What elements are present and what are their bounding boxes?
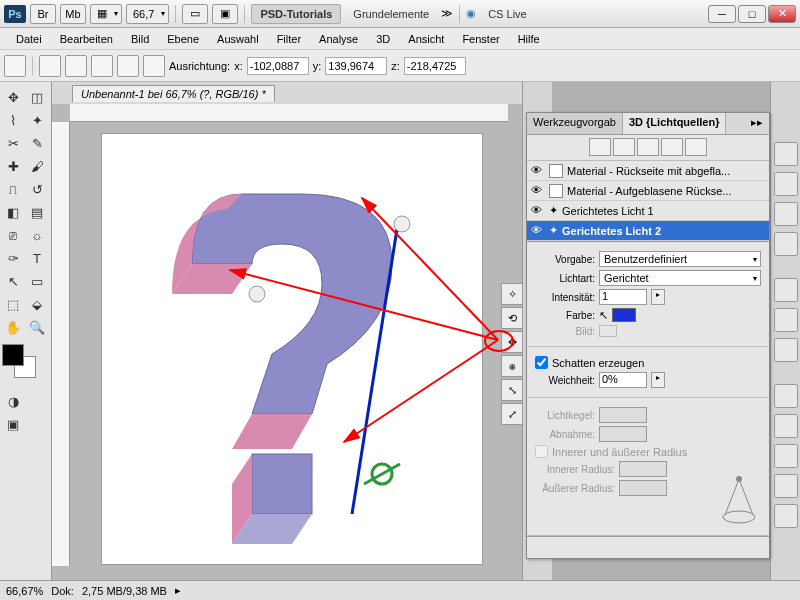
collapsed-panel-icon[interactable] <box>774 278 798 302</box>
zoom-dropdown[interactable]: 66,7 <box>126 4 169 24</box>
path-tool[interactable]: ↖ <box>2 270 24 292</box>
workspace-link[interactable]: Grundelemente <box>345 8 437 20</box>
brand-link[interactable]: PSD-Tutorials <box>251 4 341 24</box>
intensity-input[interactable]: 1 <box>599 289 647 305</box>
collapsed-panel-icon[interactable] <box>774 504 798 528</box>
list-item[interactable]: 👁✦Gerichtetes Licht 1 <box>527 201 769 221</box>
eraser-tool[interactable]: ◧ <box>2 201 24 223</box>
cslive-link[interactable]: CS Live <box>480 8 535 20</box>
shape-tool[interactable]: ▭ <box>26 270 48 292</box>
3d-cam-tool[interactable]: ⬙ <box>26 293 48 315</box>
collapsed-panel-icon[interactable] <box>774 384 798 408</box>
lighttype-dropdown[interactable]: Gerichtet <box>599 270 761 286</box>
menu-analyse[interactable]: Analyse <box>311 31 366 47</box>
menu-ebene[interactable]: Ebene <box>159 31 207 47</box>
collapsed-panel-icon[interactable] <box>774 308 798 332</box>
shadow-checkbox[interactable] <box>535 356 548 369</box>
collapsed-panel-icon[interactable] <box>774 232 798 256</box>
collapsed-panel-icon[interactable] <box>774 172 798 196</box>
collapsed-panel-icon[interactable] <box>774 202 798 226</box>
3d-light-icon[interactable]: ⎈ <box>501 355 523 377</box>
y-value[interactable]: 139,9674 <box>325 57 387 75</box>
wand-tool[interactable]: ✦ <box>26 109 48 131</box>
intensity-stepper[interactable]: ▸ <box>651 289 665 305</box>
stamp-tool[interactable]: ⎍ <box>2 178 24 200</box>
visibility-icon[interactable]: 👁 <box>531 204 545 218</box>
menu-auswahl[interactable]: Auswahl <box>209 31 267 47</box>
type-tool[interactable]: T <box>26 247 48 269</box>
menu-bild[interactable]: Bild <box>123 31 157 47</box>
zoom-tool[interactable]: 🔍 <box>26 316 48 338</box>
scene-filter[interactable] <box>589 138 611 156</box>
softness-input[interactable]: 0% <box>599 372 647 388</box>
mesh-filter[interactable] <box>613 138 635 156</box>
collapsed-panel-icon[interactable] <box>774 142 798 166</box>
toggle-lights-icon[interactable] <box>698 540 718 556</box>
3d-mode-3[interactable] <box>91 55 113 77</box>
menu-3d[interactable]: 3D <box>368 31 398 47</box>
visibility-icon[interactable]: 👁 <box>531 184 545 198</box>
blur-tool[interactable]: ⎚ <box>2 224 24 246</box>
menu-filter[interactable]: Filter <box>269 31 309 47</box>
3d-mode-2[interactable] <box>65 55 87 77</box>
panel-menu-icon[interactable]: ▸▸ <box>745 113 769 134</box>
presets-tab[interactable]: Werkzeugvorgab <box>527 113 623 134</box>
3d-pan-icon[interactable]: ✥ <box>501 331 523 353</box>
document-tab[interactable]: Unbenannt-1 bei 66,7% (?, RGB/16) * <box>72 85 275 102</box>
3d-lights-tab[interactable]: 3D {Lichtquellen} <box>623 113 726 134</box>
preset-dropdown[interactable]: Benutzerdefiniert <box>599 251 761 267</box>
bridge-button[interactable]: Br <box>30 4 56 24</box>
pen-tool[interactable]: ✑ <box>2 247 24 269</box>
hand-tool[interactable]: ✋ <box>2 316 24 338</box>
brush-tool[interactable]: 🖌 <box>26 155 48 177</box>
view-mode-dropdown[interactable]: ▦ <box>90 4 122 24</box>
close-button[interactable]: ✕ <box>768 5 796 23</box>
visibility-icon[interactable]: 👁 <box>531 224 545 238</box>
3d-filter-icon[interactable]: ✧ <box>501 283 523 305</box>
vertical-ruler[interactable] <box>52 122 70 566</box>
arrange-button[interactable]: ▭ <box>182 4 208 24</box>
screen-mode-button[interactable]: ▣ <box>212 4 238 24</box>
tool-preset-icon[interactable] <box>4 55 26 77</box>
expand-icon[interactable]: ≫ <box>441 7 453 20</box>
collapsed-panel-icon[interactable] <box>774 338 798 362</box>
3d-mode-1[interactable] <box>39 55 61 77</box>
gradient-tool[interactable]: ▤ <box>26 201 48 223</box>
collapsed-panel-icon[interactable] <box>774 414 798 438</box>
eyedropper-tool[interactable]: ✎ <box>26 132 48 154</box>
zoom-status[interactable]: 66,67% <box>6 585 43 597</box>
history-tool[interactable]: ↺ <box>26 178 48 200</box>
list-item[interactable]: 👁✦Gerichtetes Licht 2 <box>527 221 769 241</box>
color-swatches[interactable] <box>2 344 42 384</box>
fg-color[interactable] <box>2 344 24 366</box>
light-filter[interactable] <box>661 138 683 156</box>
move-tool[interactable]: ✥ <box>2 86 24 108</box>
heal-tool[interactable]: ✚ <box>2 155 24 177</box>
canvas[interactable] <box>102 134 482 564</box>
menu-ansicht[interactable]: Ansicht <box>400 31 452 47</box>
z-value[interactable]: -218,4725 <box>404 57 466 75</box>
list-item[interactable]: 👁Material - Rückseite mit abgefla... <box>527 161 769 181</box>
3d-mode-4[interactable] <box>117 55 139 77</box>
quickmask-tool[interactable]: ◑ <box>2 390 24 412</box>
3d-slide-icon[interactable]: ⤡ <box>501 379 523 401</box>
3d-mode-5[interactable] <box>143 55 165 77</box>
new-light-icon[interactable] <box>722 540 742 556</box>
menu-fenster[interactable]: Fenster <box>454 31 507 47</box>
maximize-button[interactable]: □ <box>738 5 766 23</box>
color-swatch[interactable] <box>612 308 636 322</box>
menu-bearbeiten[interactable]: Bearbeiten <box>52 31 121 47</box>
minibridge-button[interactable]: Mb <box>60 4 86 24</box>
collapsed-panel-icon[interactable] <box>774 474 798 498</box>
3d-tool[interactable]: ⬚ <box>2 293 24 315</box>
menu-hilfe[interactable]: Hilfe <box>510 31 548 47</box>
material-filter[interactable] <box>637 138 659 156</box>
screenmode-tool[interactable]: ▣ <box>2 413 24 435</box>
dodge-tool[interactable]: ☼ <box>26 224 48 246</box>
horizontal-ruler[interactable] <box>70 104 508 122</box>
softness-stepper[interactable]: ▸ <box>651 372 665 388</box>
light-bulb-filter[interactable] <box>685 138 707 156</box>
lasso-tool[interactable]: ⌇ <box>2 109 24 131</box>
minimize-button[interactable]: ─ <box>708 5 736 23</box>
menu-datei[interactable]: Datei <box>8 31 50 47</box>
